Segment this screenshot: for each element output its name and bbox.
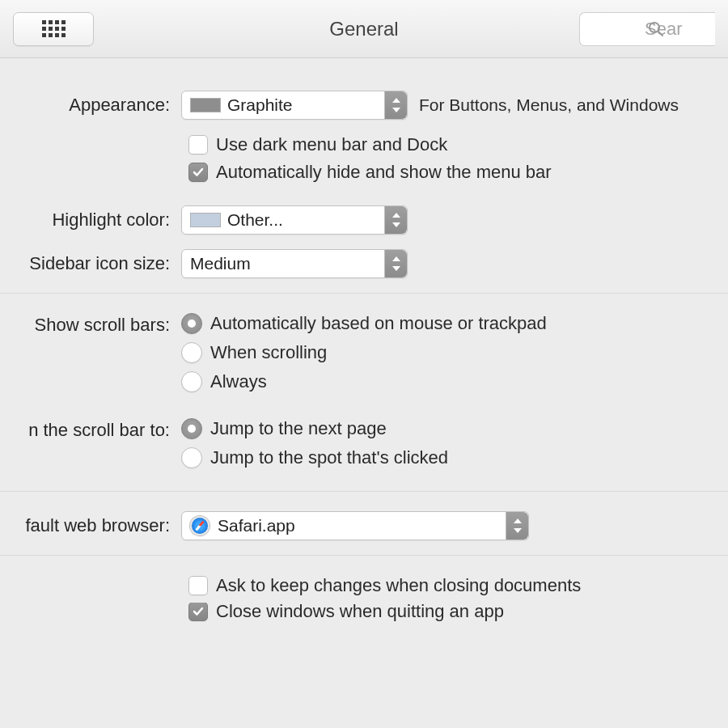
sidebar-size-row: Sidebar icon size: Medium <box>0 249 728 278</box>
radio-label: Jump to the next page <box>210 418 387 439</box>
close-windows-checkbox[interactable] <box>188 603 208 621</box>
scrollbars-option-always[interactable]: Always <box>181 371 267 392</box>
svg-point-0 <box>650 23 659 32</box>
highlight-popup[interactable]: Other... <box>181 205 408 235</box>
highlight-row: Highlight color: Other... <box>0 205 728 235</box>
scrollbars-option-when-scrolling[interactable]: When scrolling <box>181 342 327 363</box>
sidebar-size-value: Medium <box>190 254 251 273</box>
radio-button[interactable] <box>181 371 202 392</box>
appearance-value: Graphite <box>227 95 293 115</box>
browser-value: Safari.app <box>218 516 295 535</box>
click-scroll-label: n the scroll bar to: <box>0 418 181 441</box>
radio-label: Automatically based on mouse or trackpad <box>210 313 547 334</box>
ask-changes-label: Ask to keep changes when closing documen… <box>216 575 581 596</box>
appearance-swatch <box>190 98 221 112</box>
highlight-value: Other... <box>227 210 283 230</box>
chevron-up-down-icon <box>384 250 407 277</box>
auto-hide-label: Automatically hide and show the menu bar <box>216 162 552 183</box>
search-icon <box>648 21 664 37</box>
safari-icon <box>190 516 210 535</box>
section-divider <box>0 293 728 294</box>
sidebar-size-label: Sidebar icon size: <box>0 253 181 274</box>
radio-label: When scrolling <box>210 342 327 363</box>
appearance-row: Appearance: Graphite For Buttons, Menus,… <box>0 91 728 120</box>
svg-line-1 <box>658 32 662 36</box>
click-scroll-option-spot[interactable]: Jump to the spot that's clicked <box>181 447 448 468</box>
dark-menu-checkbox[interactable] <box>188 135 208 154</box>
radio-button[interactable] <box>181 447 202 468</box>
window-title: General <box>329 18 398 40</box>
browser-label: fault web browser: <box>0 515 181 536</box>
radio-label: Jump to the spot that's clicked <box>210 447 448 468</box>
radio-label: Always <box>210 371 267 392</box>
click-scroll-option-next-page[interactable]: Jump to the next page <box>181 418 387 439</box>
toolbar: General Sear <box>0 0 728 58</box>
auto-hide-checkbox-row[interactable]: Automatically hide and show the menu bar <box>188 162 728 183</box>
click-scroll-row: n the scroll bar to: Jump to the next pa… <box>0 418 728 476</box>
ask-changes-checkbox[interactable] <box>188 576 208 595</box>
scrollbars-option-auto[interactable]: Automatically based on mouse or trackpad <box>181 313 547 334</box>
scrollbars-label: Show scroll bars: <box>0 313 181 336</box>
chevron-up-down-icon <box>384 91 407 119</box>
show-all-button[interactable] <box>13 12 94 46</box>
browser-row: fault web browser: Safari.app <box>0 511 728 540</box>
close-windows-label: Close windows when quitting an app <box>216 603 504 622</box>
dark-menu-checkbox-row[interactable]: Use dark menu bar and Dock <box>188 134 728 155</box>
chevron-up-down-icon <box>506 512 528 540</box>
dark-menu-label: Use dark menu bar and Dock <box>216 134 447 155</box>
section-divider <box>0 555 728 556</box>
grid-icon <box>42 20 66 37</box>
radio-button[interactable] <box>181 342 202 363</box>
preferences-panel: Appearance: Graphite For Buttons, Menus,… <box>0 58 728 632</box>
close-windows-checkbox-row[interactable]: Close windows when quitting an app <box>188 603 728 622</box>
browser-popup[interactable]: Safari.app <box>181 511 529 540</box>
appearance-popup[interactable]: Graphite <box>181 91 408 120</box>
chevron-up-down-icon <box>384 206 407 234</box>
section-divider <box>0 491 728 492</box>
search-input[interactable]: Sear <box>579 12 715 46</box>
sidebar-size-popup[interactable]: Medium <box>181 249 408 278</box>
appearance-label: Appearance: <box>0 95 181 116</box>
highlight-swatch <box>190 213 221 227</box>
scrollbars-row: Show scroll bars: Automatically based on… <box>0 313 728 400</box>
radio-button[interactable] <box>181 418 202 439</box>
radio-button[interactable] <box>181 313 202 334</box>
highlight-label: Highlight color: <box>0 210 181 231</box>
auto-hide-checkbox[interactable] <box>188 163 208 182</box>
ask-changes-checkbox-row[interactable]: Ask to keep changes when closing documen… <box>188 575 728 596</box>
appearance-note: For Buttons, Menus, and Windows <box>419 95 679 115</box>
